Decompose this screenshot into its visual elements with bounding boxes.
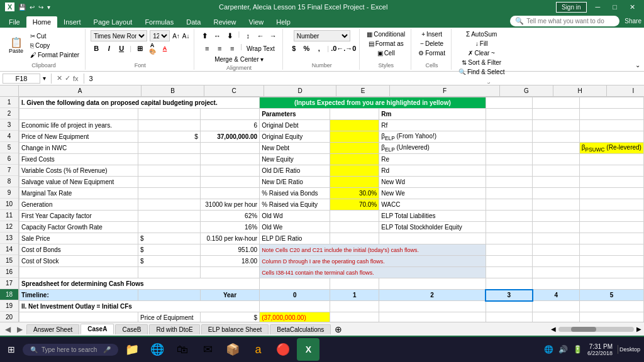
cell-d9[interactable]: % Raised via Bonds bbox=[260, 188, 330, 199]
cell-c8[interactable] bbox=[200, 177, 259, 188]
quick-access-save[interactable]: 💾 bbox=[18, 4, 26, 11]
sheet-tab-case-a[interactable]: CaseA bbox=[80, 324, 114, 334]
cell-a12[interactable]: Capacity Factor Growth Rate bbox=[19, 222, 138, 233]
cell-d10[interactable]: % Raised via Equity bbox=[260, 199, 330, 211]
cell-f2[interactable]: Rm bbox=[379, 109, 486, 120]
indent-decrease-button[interactable]: ← bbox=[255, 30, 266, 41]
align-bottom-button[interactable]: ⬇ bbox=[225, 30, 236, 41]
autosum-button[interactable]: Σ AutoSum bbox=[464, 30, 499, 38]
cell-f17[interactable] bbox=[379, 278, 486, 290]
sheet-tab-rd-with-dtoe[interactable]: Rd with DtoE bbox=[149, 324, 199, 334]
sheet-tab-case-b[interactable]: CaseB bbox=[115, 324, 148, 334]
add-sheet-button[interactable]: ⊕ bbox=[335, 324, 342, 334]
align-center-button[interactable]: ≡ bbox=[214, 43, 225, 54]
tab-view[interactable]: View bbox=[243, 16, 270, 28]
cell-f3[interactable]: Rf bbox=[379, 120, 486, 131]
cell-h7[interactable] bbox=[533, 165, 580, 177]
cell-b12[interactable] bbox=[138, 222, 201, 233]
cell-e17[interactable] bbox=[330, 278, 379, 290]
cell-h9[interactable] bbox=[533, 188, 580, 199]
cell-f4[interactable]: βELP (From Yahoo!) bbox=[379, 131, 486, 143]
ribbon-search-input[interactable] bbox=[526, 18, 614, 25]
cell-a17[interactable]: Spreadsheet for determining Cash Flows bbox=[19, 278, 260, 290]
cell-h8[interactable] bbox=[533, 177, 580, 188]
text-direction-button[interactable]: ↕ bbox=[242, 30, 253, 41]
row-header-8[interactable]: 8 bbox=[0, 176, 18, 187]
cell-c10[interactable]: 31000 kw per hour bbox=[200, 199, 259, 211]
cell-a14[interactable]: Cost of Bonds bbox=[19, 244, 138, 256]
row-header-10[interactable]: 10 bbox=[0, 199, 18, 210]
cell-e18[interactable]: 1 bbox=[330, 290, 379, 301]
cell-b13[interactable]: $ bbox=[138, 233, 201, 244]
cell-i4[interactable] bbox=[579, 131, 643, 143]
cell-b11[interactable] bbox=[138, 211, 201, 222]
conditional-formatting-button[interactable]: ▦ Conditional bbox=[365, 30, 407, 38]
cell-c3[interactable]: 6 bbox=[200, 120, 259, 131]
cell-e11[interactable] bbox=[330, 211, 379, 222]
cell-i5[interactable]: βPSUWC (Re-levered) bbox=[579, 143, 643, 154]
currency-button[interactable]: $ bbox=[288, 43, 299, 54]
cell-h2[interactable] bbox=[533, 109, 580, 120]
scroll-right-icon[interactable]: ▶ bbox=[636, 326, 641, 332]
minimize-button[interactable]: ─ bbox=[592, 2, 604, 12]
cell-g17[interactable] bbox=[486, 278, 533, 290]
cell-g3[interactable] bbox=[486, 120, 533, 131]
sort-filter-button[interactable]: ⇅ Sort & Filter bbox=[460, 58, 503, 67]
insert-function-icon[interactable]: fx bbox=[73, 75, 79, 82]
col-header-i[interactable]: I bbox=[607, 85, 644, 96]
cut-button[interactable]: ✂ Cut bbox=[28, 32, 81, 40]
sheet-tab-answer-sheet[interactable]: Answer Sheet bbox=[26, 324, 79, 334]
cell-e10[interactable]: 70.0% bbox=[330, 199, 379, 211]
cell-d7[interactable]: Old D/E Ratio bbox=[260, 165, 330, 177]
cell-g14[interactable] bbox=[486, 244, 533, 256]
cell-g19[interactable] bbox=[486, 301, 533, 312]
format-painter-button[interactable]: 🖌 Format Painter bbox=[28, 51, 81, 59]
cell-e6[interactable] bbox=[330, 154, 379, 165]
cell-d8[interactable]: New D/E Ratio bbox=[260, 177, 330, 188]
format-cells-button[interactable]: ⚙ Format bbox=[416, 49, 447, 57]
cell-f8[interactable]: New Wd bbox=[379, 177, 486, 188]
cell-c18[interactable]: Year bbox=[200, 290, 259, 301]
cell-h4[interactable] bbox=[533, 131, 580, 143]
cell-g9[interactable] bbox=[486, 188, 533, 199]
formula-input[interactable] bbox=[89, 75, 641, 82]
cell-d5[interactable]: New Debt bbox=[260, 143, 330, 154]
col-header-a[interactable]: A bbox=[19, 85, 142, 96]
cell-f7[interactable]: Rd bbox=[379, 165, 486, 177]
cell-i13[interactable] bbox=[579, 233, 643, 244]
row-header-12[interactable]: 12 bbox=[0, 221, 18, 233]
name-box[interactable] bbox=[3, 74, 40, 84]
cell-i8[interactable] bbox=[579, 177, 643, 188]
cell-b10[interactable] bbox=[138, 199, 201, 211]
cell-f18[interactable]: 2 bbox=[379, 290, 486, 301]
cell-g18[interactable]: 3 bbox=[486, 290, 533, 301]
cell-g15[interactable] bbox=[486, 256, 533, 267]
cell-f9[interactable]: New We bbox=[379, 188, 486, 199]
cell-i20[interactable] bbox=[579, 312, 643, 322]
tab-help[interactable]: Help bbox=[270, 16, 297, 28]
cell-a1[interactable]: I. Given the following data on proposed … bbox=[19, 97, 260, 109]
bold-button[interactable]: B bbox=[91, 43, 102, 54]
cell-b8[interactable] bbox=[138, 177, 201, 188]
cell-a15[interactable]: Cost of Stock bbox=[19, 256, 138, 267]
cell-a16[interactable] bbox=[19, 267, 138, 278]
taskbar-mail[interactable]: ✉ bbox=[196, 338, 219, 361]
row-header-18[interactable]: 18 bbox=[0, 289, 18, 300]
cell-i3[interactable] bbox=[579, 120, 643, 131]
col-header-g[interactable]: G bbox=[500, 85, 553, 96]
cell-b7[interactable] bbox=[138, 165, 201, 177]
row-header-7[interactable]: 7 bbox=[0, 165, 18, 176]
cell-a8[interactable]: Salvage value of New Equipment bbox=[19, 177, 138, 188]
cell-g4[interactable] bbox=[486, 131, 533, 143]
cell-e2[interactable] bbox=[330, 109, 379, 120]
cell-h5[interactable] bbox=[533, 143, 580, 154]
row-header-6[interactable]: 6 bbox=[0, 153, 18, 165]
speaker-icon[interactable]: 🔊 bbox=[558, 345, 568, 354]
sheet-tab-nav-right[interactable]: ▶ bbox=[14, 325, 25, 334]
cell-i17[interactable] bbox=[579, 278, 643, 290]
copy-button[interactable]: ⎘ Copy bbox=[28, 41, 81, 50]
cell-c2[interactable] bbox=[200, 109, 259, 120]
cell-e4[interactable] bbox=[330, 131, 379, 143]
cell-c5[interactable] bbox=[200, 143, 259, 154]
cell-i14[interactable] bbox=[579, 244, 643, 256]
